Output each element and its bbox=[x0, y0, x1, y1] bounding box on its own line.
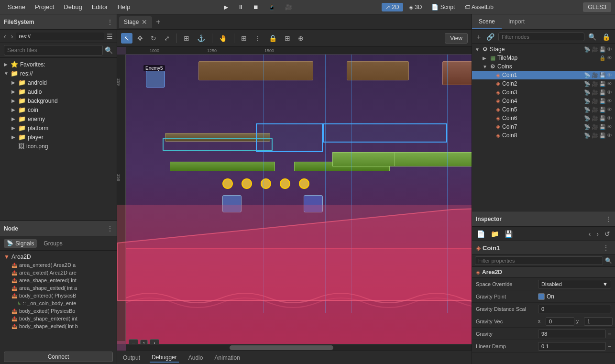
menu-editor[interactable]: Editor bbox=[88, 1, 112, 12]
signal-area-shape-exited[interactable]: 📤 area_shape_exited( int a bbox=[0, 284, 117, 292]
signal-area-exited[interactable]: 📤 area_exited( Area2D are bbox=[0, 269, 117, 276]
tool-cursor[interactable]: ↖ bbox=[121, 33, 132, 44]
tree-res[interactable]: ▼ 📁 res:// bbox=[0, 69, 117, 78]
signal-area-entered[interactable]: 📤 area_entered( Area2D a bbox=[0, 261, 117, 269]
tree-android[interactable]: ▶ 📁 android bbox=[0, 78, 117, 87]
scene-node-coin6[interactable]: ◈ Coin6 📡🎥💾👁 bbox=[472, 114, 615, 122]
signal-body-entered[interactable]: 📤 body_entered( PhysicsB bbox=[0, 292, 117, 299]
menu-debug[interactable]: Debug bbox=[60, 1, 86, 12]
scene-node-coin7[interactable]: ◈ Coin7 📡🎥💾👁 bbox=[472, 122, 615, 131]
remote-debug-button[interactable]: 📱 bbox=[264, 3, 279, 11]
signal-area-shape-entered[interactable]: 📤 area_shape_entered( int bbox=[0, 276, 117, 284]
horizontal-scrollbar[interactable] bbox=[126, 344, 472, 351]
signal-body-entered-handler[interactable]: ↳ :: _on_coin_body_ente bbox=[0, 299, 117, 307]
tree-player[interactable]: ▶ 📁 player bbox=[0, 132, 117, 142]
inspector-nav-back[interactable]: ‹ bbox=[587, 229, 593, 239]
tree-audio[interactable]: ▶ 📁 audio bbox=[0, 87, 117, 96]
stage-tab[interactable]: Stage ✕ bbox=[119, 16, 152, 28]
tool-move[interactable]: ✥ bbox=[134, 33, 146, 44]
inspector-filter-input[interactable] bbox=[475, 256, 603, 265]
node-panel-menu[interactable]: ⋮ bbox=[107, 225, 113, 232]
prop-section-area2d[interactable]: ◈ Area2D bbox=[472, 267, 615, 278]
tab-output[interactable]: Output bbox=[121, 353, 142, 362]
nav-layout[interactable]: ☰ bbox=[105, 32, 115, 41]
scene-node-coin3[interactable]: ◈ Coin3 📡🎥💾👁 bbox=[472, 88, 615, 97]
menu-scene[interactable]: Scene bbox=[4, 1, 29, 12]
linear-damp-input[interactable] bbox=[538, 342, 606, 351]
scene-link-node[interactable]: 🔗 bbox=[484, 32, 496, 42]
inspector-node-options[interactable]: ⋮ bbox=[601, 243, 611, 253]
tab-audio[interactable]: Audio bbox=[187, 353, 205, 362]
tree-background[interactable]: ▶ 📁 background bbox=[0, 96, 117, 105]
tab-scene[interactable]: Scene bbox=[472, 15, 502, 29]
space-override-dropdown[interactable]: Disabled ▼ bbox=[538, 280, 611, 288]
tree-coin[interactable]: ▶ 📁 coin bbox=[0, 105, 117, 114]
stop-button[interactable]: ⏹ bbox=[249, 3, 263, 11]
tool-rotate[interactable]: ↻ bbox=[148, 33, 159, 44]
mode-2d-button[interactable]: ↗ 2D bbox=[382, 3, 403, 11]
menu-project[interactable]: Project bbox=[31, 1, 58, 12]
tool-lock[interactable]: 🔒 bbox=[266, 33, 280, 44]
search-icon[interactable]: 🔍 bbox=[105, 46, 113, 54]
signal-section-area2d[interactable]: ▼ Area2D bbox=[0, 253, 117, 261]
mode-3d-button[interactable]: ◈ 3D bbox=[405, 3, 426, 11]
scene-lock-icon[interactable]: 🔒 bbox=[600, 32, 612, 42]
stage-tab-close[interactable]: ✕ bbox=[142, 18, 147, 26]
tool-scale[interactable]: ⤢ bbox=[161, 33, 173, 44]
scene-search-input[interactable] bbox=[498, 33, 584, 41]
tab-animation[interactable]: Animation bbox=[212, 353, 242, 362]
filesystem-search-input[interactable] bbox=[4, 45, 103, 55]
inspector-save-btn[interactable]: 💾 bbox=[503, 229, 515, 239]
stage-canvas[interactable]: 1000 1250 1500 259 259 bbox=[117, 47, 472, 351]
add-tab-button[interactable]: + bbox=[153, 18, 163, 26]
inspector-nav-forward[interactable]: › bbox=[594, 229, 601, 239]
gravity-vec-x-input[interactable] bbox=[546, 317, 574, 326]
inspector-folder-btn[interactable]: 📁 bbox=[489, 229, 501, 239]
mode-assetlib-button[interactable]: 🏷 AssetLib bbox=[461, 3, 497, 11]
scrollbar-thumb[interactable] bbox=[230, 345, 333, 350]
scene-node-coin2[interactable]: ◈ Coin2 📡🎥💾👁 bbox=[472, 79, 615, 88]
filesystem-menu[interactable]: ⋮ bbox=[107, 19, 113, 25]
view-button[interactable]: View bbox=[445, 33, 468, 44]
tool-options[interactable]: ⋮ bbox=[252, 33, 264, 44]
tool-group[interactable]: ⊞ bbox=[282, 33, 293, 44]
tool-snap[interactable]: ⊞ bbox=[238, 33, 250, 44]
gravity-dist-scale-input[interactable] bbox=[538, 305, 611, 313]
inspector-filter-icon[interactable]: 🔍 bbox=[605, 257, 612, 264]
scene-node-coin5[interactable]: ◈ Coin5 📡🎥💾👁 bbox=[472, 105, 615, 114]
video-button[interactable]: 🎥 bbox=[281, 3, 296, 11]
gravity-minus-icon[interactable]: − bbox=[608, 331, 611, 337]
tab-groups[interactable]: Groups bbox=[41, 239, 65, 248]
scene-node-stage[interactable]: ▼ ⚙ Stage 📡 🎥 💾 👁 bbox=[472, 45, 615, 54]
inspector-object-btn[interactable]: 📄 bbox=[475, 229, 487, 239]
tab-debugger[interactable]: Debugger bbox=[150, 353, 179, 363]
connect-button[interactable]: Connect bbox=[4, 352, 113, 362]
scene-add-node[interactable]: + bbox=[475, 32, 483, 42]
gravity-point-toggle[interactable] bbox=[538, 293, 545, 300]
tab-import[interactable]: Import bbox=[502, 15, 531, 29]
tool-anchor[interactable]: ⚓ bbox=[194, 33, 208, 44]
nav-path-input[interactable] bbox=[16, 33, 104, 40]
menu-help[interactable]: Help bbox=[114, 1, 134, 12]
scene-node-coin4[interactable]: ◈ Coin4 📡🎥💾👁 bbox=[472, 97, 615, 105]
gravity-input[interactable] bbox=[538, 330, 606, 338]
nav-back[interactable]: ‹ bbox=[2, 32, 8, 41]
signal-body-shape-entered[interactable]: 📤 body_shape_entered( int bbox=[0, 315, 117, 322]
tree-enemy[interactable]: ▶ 📁 enemy bbox=[0, 114, 117, 123]
play-button[interactable]: ▶ bbox=[220, 3, 232, 11]
nav-forward[interactable]: › bbox=[9, 32, 15, 41]
linear-damp-minus-icon[interactable]: − bbox=[608, 343, 611, 350]
gles-button[interactable]: GLES3 bbox=[583, 2, 611, 12]
scene-node-coins[interactable]: ▼ ⚙ Coins bbox=[472, 62, 615, 71]
tree-favorites[interactable]: ▶ ⭐ Favorites: bbox=[0, 60, 117, 69]
tool-pivot[interactable]: ⊕ bbox=[295, 33, 307, 44]
signal-body-shape-exited[interactable]: 📤 body_shape_exited( int b bbox=[0, 322, 117, 330]
tab-signals[interactable]: 📡 Signals bbox=[4, 239, 37, 248]
scene-node-coin8[interactable]: ◈ Coin8 📡🎥💾👁 bbox=[472, 131, 615, 140]
inspector-nav-refresh[interactable]: ↺ bbox=[603, 229, 612, 239]
tree-platform[interactable]: ▶ 📁 platform bbox=[0, 123, 117, 132]
tool-select-mode[interactable]: ⊞ bbox=[181, 33, 192, 44]
scene-node-coin1[interactable]: ◈ Coin1 📡 🎥 💾 👁 bbox=[472, 71, 615, 79]
mode-script-button[interactable]: 📄 Script bbox=[428, 3, 459, 11]
signal-body-exited[interactable]: 📤 body_exited( PhysicsBo bbox=[0, 307, 117, 315]
